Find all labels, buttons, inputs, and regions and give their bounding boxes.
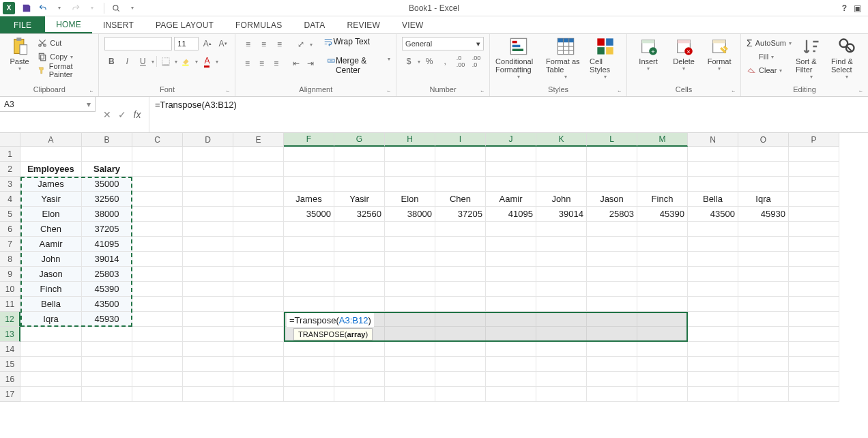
- cell-F4[interactable]: James: [284, 192, 334, 207]
- cell-K4[interactable]: John: [536, 192, 587, 207]
- cell-I11[interactable]: [435, 297, 486, 312]
- cell-L16[interactable]: [587, 372, 637, 387]
- cell-B16[interactable]: [82, 372, 132, 387]
- cell-I3[interactable]: [435, 177, 486, 192]
- cell-O5[interactable]: 45930: [738, 207, 789, 222]
- col-header-M[interactable]: M: [637, 133, 688, 147]
- cell-J2[interactable]: [486, 162, 536, 177]
- cell-A13[interactable]: [20, 327, 82, 342]
- cell-E3[interactable]: [233, 177, 284, 192]
- cell-J13[interactable]: [486, 327, 536, 342]
- cell-A11[interactable]: Bella: [20, 297, 82, 312]
- cell-J10[interactable]: [486, 282, 536, 297]
- cell-H4[interactable]: Elon: [385, 192, 435, 207]
- cell-M3[interactable]: [637, 177, 688, 192]
- cell-C10[interactable]: [132, 282, 183, 297]
- cell-A12[interactable]: Iqra: [20, 312, 82, 327]
- align-center-icon[interactable]: ≡: [256, 57, 268, 70]
- cell-A17[interactable]: [20, 387, 82, 402]
- cell-N11[interactable]: [688, 297, 738, 312]
- cell-L8[interactable]: [587, 252, 637, 267]
- cell-C7[interactable]: [132, 237, 183, 252]
- cell-P11[interactable]: [789, 297, 839, 312]
- cell-B10[interactable]: 45390: [82, 282, 132, 297]
- cell-H7[interactable]: [385, 237, 435, 252]
- cell-A16[interactable]: [20, 372, 82, 387]
- cell-J15[interactable]: [486, 357, 536, 372]
- cell-B1[interactable]: [82, 147, 132, 162]
- col-header-P[interactable]: P: [789, 133, 839, 147]
- cell-F3[interactable]: [284, 177, 334, 192]
- cell-I5[interactable]: 37205: [435, 207, 486, 222]
- cell-N3[interactable]: [688, 177, 738, 192]
- cell-G10[interactable]: [334, 282, 385, 297]
- cell-O12[interactable]: [738, 312, 789, 327]
- cell-C6[interactable]: [132, 222, 183, 237]
- cell-O10[interactable]: [738, 282, 789, 297]
- cell-H1[interactable]: [385, 147, 435, 162]
- align-left-icon[interactable]: ≡: [241, 57, 253, 70]
- cell-E11[interactable]: [233, 297, 284, 312]
- sort-filter-button[interactable]: Sort & Filter▾: [796, 37, 827, 80]
- cell-H16[interactable]: [385, 372, 435, 387]
- cell-K14[interactable]: [536, 342, 587, 357]
- cell-O1[interactable]: [738, 147, 789, 162]
- row-header-4[interactable]: 4: [0, 192, 20, 207]
- cell-C4[interactable]: [132, 192, 183, 207]
- cut-button[interactable]: Cut: [38, 37, 93, 49]
- cell-D16[interactable]: [183, 372, 233, 387]
- row-header-6[interactable]: 6: [0, 222, 20, 237]
- col-header-H[interactable]: H: [385, 133, 435, 147]
- cell-I16[interactable]: [435, 372, 486, 387]
- cell-C12[interactable]: [132, 312, 183, 327]
- cell-O15[interactable]: [738, 357, 789, 372]
- orientation-icon[interactable]: ⤢: [294, 38, 308, 51]
- col-header-I[interactable]: I: [435, 133, 486, 147]
- cell-M1[interactable]: [637, 147, 688, 162]
- cell-L3[interactable]: [587, 177, 637, 192]
- align-top-icon[interactable]: ≡: [241, 38, 255, 51]
- cell-L10[interactable]: [587, 282, 637, 297]
- cell-D10[interactable]: [183, 282, 233, 297]
- cell-P8[interactable]: [789, 252, 839, 267]
- row-header-3[interactable]: 3: [0, 177, 20, 192]
- row-header-11[interactable]: 11: [0, 297, 20, 312]
- cell-J1[interactable]: [486, 147, 536, 162]
- cell-P10[interactable]: [789, 282, 839, 297]
- format-as-table-button[interactable]: Format as Table▾: [546, 37, 585, 80]
- cell-H12[interactable]: [385, 312, 435, 327]
- cell-P17[interactable]: [789, 387, 839, 402]
- cell-B7[interactable]: 41095: [82, 237, 132, 252]
- cell-G8[interactable]: [334, 252, 385, 267]
- cell-H3[interactable]: [385, 177, 435, 192]
- cell-A6[interactable]: Chen: [20, 222, 82, 237]
- cell-L1[interactable]: [587, 147, 637, 162]
- cell-H9[interactable]: [385, 267, 435, 282]
- cell-J17[interactable]: [486, 387, 536, 402]
- cell-H17[interactable]: [385, 387, 435, 402]
- cell-A1[interactable]: [20, 147, 82, 162]
- copy-button[interactable]: Copy ▾: [38, 50, 93, 63]
- cell-L14[interactable]: [587, 342, 637, 357]
- cell-A4[interactable]: Yasir: [20, 192, 82, 207]
- cell-P5[interactable]: [789, 207, 839, 222]
- cell-I6[interactable]: [435, 222, 486, 237]
- cell-B5[interactable]: 38000: [82, 207, 132, 222]
- cell-N15[interactable]: [688, 357, 738, 372]
- cell-B9[interactable]: 25803: [82, 267, 132, 282]
- cell-I7[interactable]: [435, 237, 486, 252]
- cell-P7[interactable]: [789, 237, 839, 252]
- cell-D13[interactable]: [183, 327, 233, 342]
- cell-C17[interactable]: [132, 387, 183, 402]
- cell-K2[interactable]: [536, 162, 587, 177]
- row-header-16[interactable]: 16: [0, 372, 20, 387]
- cell-M12[interactable]: [637, 312, 688, 327]
- cell-M5[interactable]: 45390: [637, 207, 688, 222]
- cell-E6[interactable]: [233, 222, 284, 237]
- cell-L11[interactable]: [587, 297, 637, 312]
- align-middle-icon[interactable]: ≡: [257, 38, 270, 51]
- cell-D1[interactable]: [183, 147, 233, 162]
- cell-L13[interactable]: [587, 327, 637, 342]
- tab-review[interactable]: REVIEW: [336, 16, 391, 33]
- cell-F5[interactable]: 35000: [284, 207, 334, 222]
